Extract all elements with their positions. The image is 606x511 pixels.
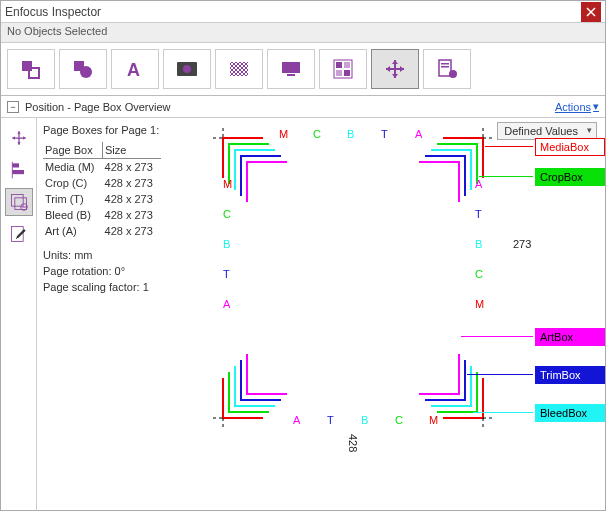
side-align-tool[interactable]: [5, 156, 33, 184]
svg-point-20: [449, 70, 457, 78]
callout-bleedbox: BleedBox: [535, 404, 605, 422]
window-title: Enfocus Inspector: [5, 5, 581, 19]
units-line: Units: mm: [43, 249, 161, 261]
scaling-line: Page scaling factor: 1: [43, 281, 161, 293]
section-header: − Position - Page Box Overview Actions▾: [1, 96, 605, 118]
side-toolbar: [1, 118, 37, 511]
svg-rect-14: [344, 62, 350, 68]
lead-trim: [467, 374, 533, 375]
svg-rect-11: [287, 74, 295, 76]
callout-mediabox: MediaBox: [535, 138, 605, 156]
letter-A3: A: [223, 298, 230, 310]
content-area: Defined Values Page Boxes for Page 1: Pa…: [1, 118, 605, 511]
edit-pagebox-icon: [9, 224, 29, 244]
svg-rect-0: [22, 61, 32, 71]
letter-B: B: [347, 128, 354, 140]
letter-A2: A: [293, 414, 300, 426]
col-pagebox: Page Box: [43, 142, 103, 159]
table-row: Media (M)428 x 273: [43, 159, 161, 176]
collapse-toggle[interactable]: −: [7, 101, 19, 113]
letter-C2: C: [395, 414, 403, 426]
info-lines: Units: mm Page rotation: 0° Page scaling…: [43, 249, 161, 293]
main-panel: Defined Values Page Boxes for Page 1: Pa…: [37, 118, 605, 511]
table-row: Bleed (B)428 x 273: [43, 207, 161, 223]
rotation-line: Page rotation: 0°: [43, 265, 161, 277]
screen-icon: [279, 57, 303, 81]
letter-C4: C: [475, 268, 483, 280]
letter-B2: B: [361, 414, 368, 426]
table-row: Trim (T)428 x 273: [43, 191, 161, 207]
svg-rect-19: [441, 66, 449, 68]
svg-rect-18: [441, 63, 449, 65]
letter-A4: A: [475, 178, 482, 190]
lead-bleed: [473, 412, 533, 413]
actions-menu[interactable]: Actions▾: [555, 100, 599, 113]
width-label: 428: [347, 434, 359, 452]
svg-rect-9: [230, 62, 248, 76]
letter-M4: M: [475, 298, 484, 310]
svg-rect-13: [336, 62, 342, 68]
letter-T3: T: [223, 268, 230, 280]
pagebox-svg: [213, 128, 493, 428]
table-header-row: Page Box Size: [43, 142, 161, 159]
transparency-tool[interactable]: [215, 49, 263, 89]
svg-point-6: [183, 65, 191, 73]
pagebox-icon: [9, 192, 29, 212]
shapes-tool[interactable]: [59, 49, 107, 89]
letter-A: A: [415, 128, 422, 140]
height-label: 273: [513, 238, 531, 250]
align-icon: [9, 160, 29, 180]
side-move-tool[interactable]: [5, 124, 33, 152]
position-tool[interactable]: [371, 49, 419, 89]
fill-stroke-tool[interactable]: [7, 49, 55, 89]
close-button[interactable]: [581, 2, 601, 22]
letter-T2: T: [327, 414, 334, 426]
letter-T: T: [381, 128, 388, 140]
pagebox-table: Page Box Size Media (M)428 x 273 Crop (C…: [43, 142, 161, 239]
letter-M2: M: [429, 414, 438, 426]
position-icon: [383, 57, 407, 81]
svg-rect-22: [12, 170, 24, 174]
chevron-down-icon: ▾: [593, 100, 599, 113]
side-edit-tool[interactable]: [5, 220, 33, 248]
separations-icon: [331, 57, 355, 81]
image-tool[interactable]: [163, 49, 211, 89]
main-toolbar: A: [1, 43, 605, 96]
pagebox-diagram: M C B T A A T B C M M C B T A A T B: [213, 128, 493, 428]
svg-point-3: [80, 66, 92, 78]
actions-label: Actions: [555, 101, 591, 113]
svg-rect-21: [12, 163, 19, 167]
dropdown-selected: Defined Values: [504, 125, 578, 137]
table-row: Art (A)428 x 273: [43, 223, 161, 239]
section-title: Position - Page Box Overview: [25, 101, 555, 113]
screen-tool[interactable]: [267, 49, 315, 89]
svg-text:A: A: [127, 60, 140, 80]
side-pagebox-tool[interactable]: [5, 188, 33, 216]
table-row: Crop (C)428 x 273: [43, 175, 161, 191]
lead-art: [461, 336, 533, 337]
letter-B3: B: [223, 238, 230, 250]
fill-stroke-icon: [19, 57, 43, 81]
lead-media: [485, 146, 533, 147]
text-tool[interactable]: A: [111, 49, 159, 89]
svg-rect-10: [282, 62, 300, 73]
letter-C3: C: [223, 208, 231, 220]
transparency-icon: [227, 57, 251, 81]
prepress-icon: [435, 57, 459, 81]
prepress-tool[interactable]: [423, 49, 471, 89]
text-icon: A: [123, 57, 147, 81]
lead-crop: [479, 176, 533, 177]
callout-cropbox: CropBox: [535, 168, 605, 186]
callout-trimbox: TrimBox: [535, 366, 605, 384]
image-icon: [175, 57, 199, 81]
move-icon: [9, 128, 29, 148]
col-size: Size: [103, 142, 161, 159]
svg-rect-15: [336, 70, 342, 76]
titlebar: Enfocus Inspector: [1, 1, 605, 23]
separations-tool[interactable]: [319, 49, 367, 89]
shapes-icon: [71, 57, 95, 81]
letter-T4: T: [475, 208, 482, 220]
callout-artbox: ArtBox: [535, 328, 605, 346]
letter-M3: M: [223, 178, 232, 190]
selection-status: No Objects Selected: [1, 23, 605, 43]
